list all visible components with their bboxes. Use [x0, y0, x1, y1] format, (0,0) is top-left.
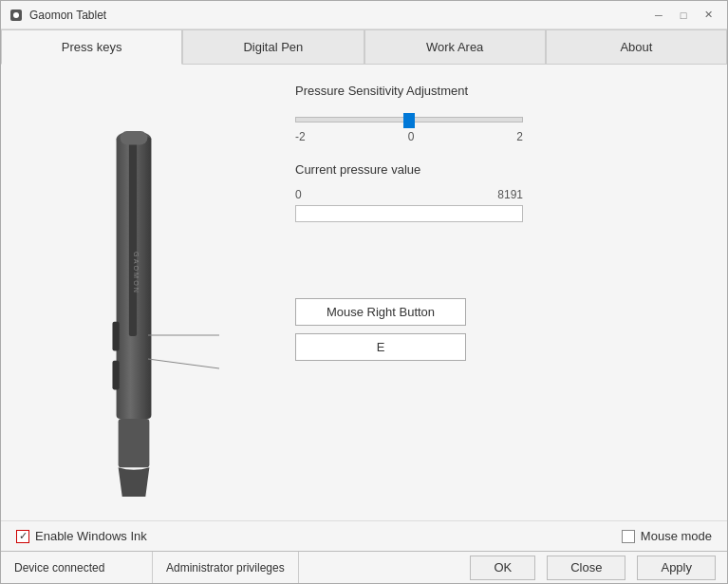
- title-bar: Gaomon Tablet ─ □ ✕: [1, 1, 727, 29]
- svg-rect-10: [121, 131, 148, 144]
- right-panel: Pressure Sensitivity Adjustment -2 0 2 C…: [267, 65, 727, 520]
- current-pressure-label: Current pressure value: [295, 162, 699, 177]
- mouse-mode-label[interactable]: Mouse mode: [622, 529, 712, 543]
- app-icon: [9, 8, 24, 23]
- pen-illustration: GAOMON: [86, 88, 181, 497]
- status-actions: OK Close Apply: [466, 556, 727, 580]
- svg-rect-6: [112, 361, 119, 390]
- slider-thumb[interactable]: [403, 113, 415, 128]
- slider-max: 2: [516, 130, 523, 143]
- maximize-button[interactable]: □: [672, 5, 695, 26]
- title-bar-left: Gaomon Tablet: [9, 8, 106, 23]
- pen-area: GAOMON: [1, 65, 267, 520]
- tab-bar: Press keys Digital Pen Work Area About: [1, 29, 727, 65]
- window-controls: ─ □ ✕: [647, 5, 719, 26]
- pressure-bar-container: 0 8191: [295, 188, 523, 222]
- minimize-button[interactable]: ─: [647, 5, 670, 26]
- footer-options: Enable Windows Ink Mouse mode: [1, 520, 727, 551]
- main-content: GAOMON Pressure Sensitivity Adjustment: [1, 65, 727, 520]
- pressure-max: 8191: [497, 188, 523, 201]
- pen-buttons-group: Mouse Right Button E: [295, 298, 699, 361]
- pressure-labels: 0 8191: [295, 188, 523, 201]
- tab-work-area[interactable]: Work Area: [364, 29, 546, 64]
- window-title: Gaomon Tablet: [29, 9, 106, 22]
- current-pressure-section: Current pressure value 0 8191: [295, 162, 699, 222]
- enable-ink-label[interactable]: Enable Windows Ink: [16, 529, 147, 543]
- slider-min: -2: [295, 130, 306, 143]
- pen-button-1[interactable]: Mouse Right Button: [295, 298, 466, 326]
- apply-button[interactable]: Apply: [637, 556, 716, 580]
- svg-rect-5: [112, 322, 119, 351]
- pressure-bar: [295, 205, 523, 222]
- svg-rect-4: [129, 141, 137, 336]
- slider-mid: 0: [408, 130, 415, 143]
- ok-button[interactable]: OK: [470, 556, 535, 580]
- pressure-sensitivity-section: Pressure Sensitivity Adjustment -2 0 2: [295, 84, 699, 143]
- pressure-slider-container: -2 0 2: [295, 109, 523, 143]
- status-bar: Device connected Administrator privilege…: [1, 551, 727, 583]
- pressure-label: Pressure Sensitivity Adjustment: [295, 84, 699, 98]
- pressure-min: 0: [295, 188, 302, 201]
- svg-text:GAOMON: GAOMON: [132, 252, 140, 294]
- tab-press-keys[interactable]: Press keys: [1, 29, 182, 65]
- enable-ink-text: Enable Windows Ink: [35, 529, 147, 543]
- main-window: Gaomon Tablet ─ □ ✕ Press keys Digital P…: [0, 0, 728, 584]
- slider-labels: -2 0 2: [295, 130, 523, 143]
- pen-button-2[interactable]: E: [295, 333, 466, 361]
- device-status: Device connected: [1, 552, 153, 583]
- admin-privileges: Administrator privileges: [153, 552, 299, 583]
- pressure-slider-track[interactable]: [295, 117, 523, 122]
- tab-about[interactable]: About: [546, 29, 727, 64]
- tab-digital-pen[interactable]: Digital Pen: [182, 29, 364, 64]
- svg-point-1: [13, 12, 19, 18]
- close-dialog-button[interactable]: Close: [547, 556, 625, 580]
- mouse-mode-checkbox[interactable]: [622, 530, 635, 543]
- mouse-mode-text: Mouse mode: [641, 529, 712, 543]
- mouse-mode-area: Mouse mode: [622, 529, 712, 543]
- close-button[interactable]: ✕: [697, 5, 719, 26]
- svg-rect-7: [119, 419, 150, 467]
- enable-ink-checkbox[interactable]: [16, 530, 29, 543]
